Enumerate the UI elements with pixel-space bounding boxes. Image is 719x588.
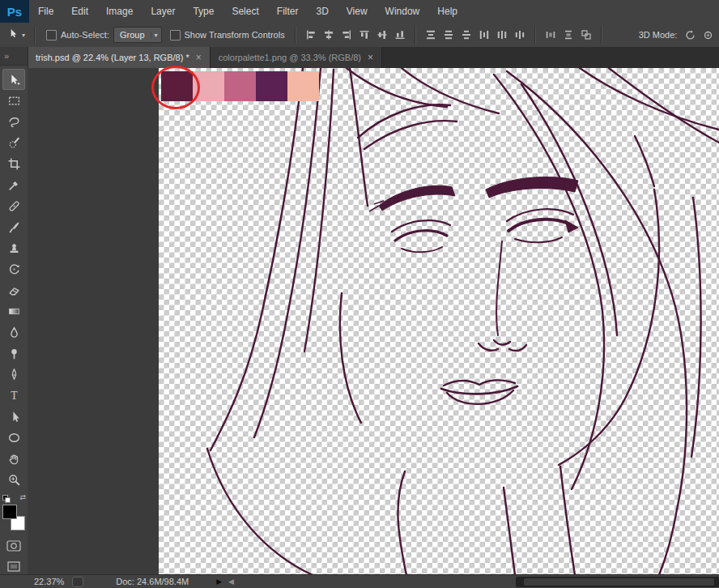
divider: [34, 26, 36, 44]
line-art-drawing: [159, 68, 719, 575]
tab-trish-psd[interactable]: trish.psd @ 22.4% (Layer 13, RGB/8) * ×: [28, 47, 211, 68]
align-top-icon[interactable]: [356, 26, 372, 44]
scroll-left-arrow-icon[interactable]: ◀: [228, 577, 234, 586]
auto-select-target-dropdown[interactable]: Group ▾: [113, 27, 162, 43]
menu-view[interactable]: View: [338, 0, 377, 23]
tab-label: colorpalette1.png @ 33.3% (RGB/8): [219, 53, 361, 62]
tool-eraser[interactable]: [2, 279, 25, 300]
menu-help[interactable]: Help: [428, 0, 466, 23]
menu-window[interactable]: Window: [377, 0, 429, 23]
align-right-icon[interactable]: [338, 27, 355, 43]
tool-gradient[interactable]: [2, 300, 25, 322]
photoshop-window: Ps File Edit Image Layer Type Select Fil…: [0, 0, 719, 588]
palette-swatch-4[interactable]: [256, 71, 287, 101]
divider: [534, 26, 536, 44]
zoom-level-field[interactable]: 22.37%: [34, 577, 64, 586]
divider: [415, 26, 416, 44]
tool-path-selection[interactable]: [2, 406, 25, 427]
distribute-horizontal-spacing-icon[interactable]: [542, 27, 559, 43]
close-icon[interactable]: ×: [196, 53, 202, 62]
document-tab-bar: trish.psd @ 22.4% (Layer 13, RGB/8) * × …: [28, 47, 719, 68]
align-bottom-icon[interactable]: [392, 26, 408, 44]
menu-3d[interactable]: 3D: [307, 0, 337, 23]
svg-text:T: T: [11, 390, 18, 402]
tool-hand[interactable]: [2, 448, 25, 469]
menu-type[interactable]: Type: [184, 0, 223, 23]
distribute-bottom-icon[interactable]: [457, 27, 475, 43]
palette-swatch-5[interactable]: [287, 71, 319, 101]
tool-blur[interactable]: [2, 322, 25, 343]
distribute-left-icon[interactable]: [475, 27, 493, 43]
tool-rectangular-marquee[interactable]: [2, 90, 25, 111]
tool-move[interactable]: [2, 69, 25, 90]
menu-filter[interactable]: Filter: [268, 0, 308, 23]
distribute-top-icon[interactable]: [422, 27, 440, 43]
menu-bar: Ps File Edit Image Layer Type Select Fil…: [0, 0, 719, 23]
tool-preset-picker[interactable]: ▾: [0, 28, 28, 43]
double-arrow-icon: »: [4, 51, 9, 61]
foreground-color-swatch[interactable]: [2, 505, 17, 519]
swap-colors-icon[interactable]: ⇄: [19, 493, 26, 501]
tool-quick-selection[interactable]: [2, 132, 25, 153]
pasteboard: [28, 68, 719, 575]
palette-swatch-3[interactable]: [224, 71, 256, 101]
options-bar: ▾ Auto-Select: Group ▾ Show Transform Co…: [0, 23, 719, 48]
auto-select-checkbox[interactable]: [46, 30, 57, 40]
tool-ellipse-shape[interactable]: [2, 427, 25, 448]
3d-mode-label: 3D Mode:: [639, 30, 678, 40]
horizontal-scrollbar[interactable]: [516, 577, 719, 587]
distribute-vertical-spacing-icon[interactable]: [560, 26, 576, 44]
align-left-icon[interactable]: [302, 27, 320, 43]
canvas-document[interactable]: [159, 68, 719, 575]
menu-image[interactable]: Image: [97, 0, 142, 23]
chevron-down-icon: ▾: [151, 32, 158, 39]
show-transform-label: Show Transform Controls: [185, 30, 285, 40]
divider: [295, 26, 296, 44]
3d-roll-icon[interactable]: [699, 27, 717, 43]
distribute-vertical-center-icon[interactable]: [440, 27, 457, 43]
app-logo: Ps: [0, 0, 29, 23]
palette-swatch-2[interactable]: [193, 71, 224, 101]
tool-spot-healing-brush[interactable]: [2, 195, 25, 216]
status-badge-icon[interactable]: [72, 577, 83, 587]
palette-swatch-1[interactable]: [161, 71, 193, 101]
menu-edit[interactable]: Edit: [62, 0, 97, 23]
default-colors-icon[interactable]: [2, 495, 11, 503]
tab-label: trish.psd @ 22.4% (Layer 13, RGB/8) *: [36, 53, 189, 62]
tab-colorpalette1-png[interactable]: colorpalette1.png @ 33.3% (RGB/8) ×: [211, 47, 382, 68]
close-icon[interactable]: ×: [368, 53, 373, 62]
screen-mode-button[interactable]: [7, 560, 20, 575]
align-vertical-center-icon[interactable]: [374, 26, 390, 44]
color-palette-strip: [161, 71, 319, 101]
status-bar: 22.37% Doc: 24.6M/98.4M ▶ ◀: [0, 574, 719, 588]
tool-dodge[interactable]: [2, 343, 25, 364]
auto-align-layers-icon[interactable]: [577, 27, 595, 43]
tool-history-brush[interactable]: [2, 258, 25, 279]
menu-select[interactable]: Select: [223, 0, 267, 23]
tool-clone-stamp[interactable]: [2, 237, 25, 258]
tool-type[interactable]: T: [2, 385, 25, 406]
color-swatches-control: ⇄: [2, 505, 25, 530]
tool-lasso[interactable]: [2, 111, 25, 132]
3d-orbit-icon[interactable]: [681, 27, 699, 43]
chevron-down-icon: ▾: [22, 32, 25, 39]
tool-zoom[interactable]: [2, 469, 25, 490]
distribute-horizontal-center-icon[interactable]: [493, 27, 511, 43]
align-horizontal-center-icon[interactable]: [320, 27, 338, 43]
auto-select-target-value: Group: [120, 30, 145, 40]
tool-crop[interactable]: [2, 153, 25, 174]
tool-brush[interactable]: [2, 216, 25, 237]
tools-panel: »: [0, 47, 28, 575]
tool-eyedropper[interactable]: [2, 174, 25, 195]
distribute-right-icon[interactable]: [511, 27, 529, 43]
menu-layer[interactable]: Layer: [142, 0, 184, 23]
status-flyout-arrow-icon[interactable]: ▶: [216, 577, 222, 586]
show-transform-checkbox[interactable]: [170, 30, 181, 40]
auto-select-label: Auto-Select:: [61, 30, 109, 40]
tool-pen[interactable]: [2, 364, 25, 385]
quick-mask-button[interactable]: [6, 540, 21, 555]
scrollbar-thumb[interactable]: [524, 578, 714, 586]
divider: [601, 26, 602, 44]
toolbar-collapse-button[interactable]: »: [0, 47, 28, 66]
menu-file[interactable]: File: [29, 0, 62, 23]
